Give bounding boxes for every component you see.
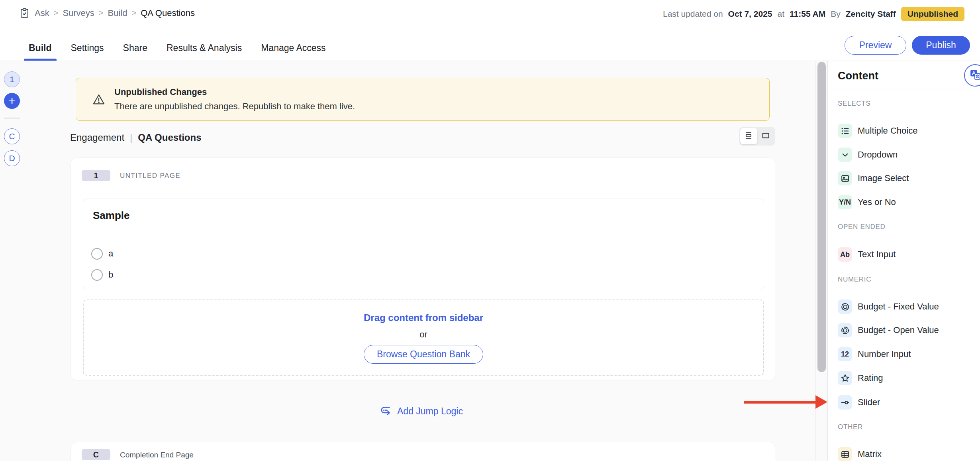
multiple-choice-icon <box>838 124 852 138</box>
radio-option-b[interactable] <box>91 269 103 281</box>
section-label-other: OTHER <box>838 423 863 433</box>
tab-manage-access[interactable]: Manage Access <box>261 35 325 61</box>
option-a-label: a <box>108 248 113 259</box>
drop-zone-title: Drag content from sidebar <box>84 312 763 323</box>
rail-divider <box>4 118 20 118</box>
banner-title: Unpublished Changes <box>114 87 355 97</box>
question-option-b: b <box>91 268 113 282</box>
vertical-scrollbar-thumb[interactable] <box>817 62 826 372</box>
preview-button[interactable]: Preview <box>845 36 906 55</box>
rows-view-toggle[interactable] <box>740 128 757 144</box>
last-updated-prefix: Last updated on <box>663 9 723 19</box>
section-label-selects: SELECTS <box>838 100 870 109</box>
rail-page-1-button[interactable]: 1 <box>4 71 20 87</box>
by-label: By <box>831 9 841 19</box>
breadcrumb-separator: > <box>99 8 104 18</box>
content-item-label: Matrix <box>858 449 882 459</box>
tab-settings[interactable]: Settings <box>71 35 104 61</box>
option-b-label: b <box>108 270 113 280</box>
radio-option-a[interactable] <box>91 248 103 260</box>
main-tabs: Build Settings Share Results & Analysis … <box>29 35 326 61</box>
content-item-label: Yes or No <box>858 197 896 207</box>
completion-end-page-card[interactable]: C Completion End Page <box>71 442 775 461</box>
last-updated-meta: Last updated on Oct 7, 2025 at 11:55 AM … <box>663 7 964 21</box>
content-item-number-input[interactable]: 12 Number Input <box>838 343 977 365</box>
content-item-label: Rating <box>858 373 883 383</box>
text-input-icon: Ab <box>838 247 852 262</box>
breadcrumb-item-build[interactable]: Build <box>108 8 127 18</box>
clipboard-icon <box>19 7 30 19</box>
publish-button[interactable]: Publish <box>912 36 970 55</box>
question-title: Sample <box>93 209 130 222</box>
breadcrumb: Ask > Surveys > Build > QA Questions <box>19 7 195 19</box>
top-header: Ask > Surveys > Build > QA Questions Las… <box>0 0 980 61</box>
red-arrow-annotation-line <box>744 401 816 404</box>
content-panel: Content A SELECTS <box>827 61 980 461</box>
banner-text: Unpublished Changes There are unpublishe… <box>114 87 355 112</box>
breadcrumb-item-ask[interactable]: Ask <box>35 8 49 18</box>
translate-icon: A <box>969 69 980 82</box>
red-arrow-annotation-head <box>815 395 827 409</box>
content-item-label: Dropdown <box>858 150 898 160</box>
status-badge: Unpublished <box>901 7 964 21</box>
budget-fixed-icon <box>838 299 852 314</box>
question-card[interactable]: Sample a b <box>83 199 764 290</box>
warning-triangle-icon <box>92 93 106 106</box>
completion-label: Completion End Page <box>120 451 194 459</box>
breadcrumb-separator: > <box>131 8 136 18</box>
at-label: at <box>778 9 785 19</box>
survey-builder-app: Ask > Surveys > Build > QA Questions Las… <box>0 0 980 461</box>
last-updated-date: Oct 7, 2025 <box>728 9 772 19</box>
matrix-icon <box>838 447 852 461</box>
jump-logic-icon <box>379 404 392 418</box>
number-input-icon: 12 <box>838 347 852 361</box>
content-drop-zone[interactable]: Drag content from sidebar or Browse Ques… <box>83 299 764 376</box>
section-label-open-ended: OPEN ENDED <box>838 223 885 232</box>
breadcrumb-separator: > <box>54 8 59 18</box>
content-item-multiple-choice[interactable]: Multiple Choice <box>838 120 977 142</box>
translate-button[interactable]: A <box>964 64 980 87</box>
slider-icon <box>838 395 852 410</box>
rail-completion-button[interactable]: C <box>4 128 20 144</box>
tab-build[interactable]: Build <box>29 35 52 61</box>
content-item-matrix[interactable]: Matrix <box>838 443 977 461</box>
completion-badge: C <box>82 449 110 460</box>
content-item-label: Budget - Open Value <box>858 325 939 335</box>
breadcrumb-item-current: QA Questions <box>141 8 195 18</box>
content-item-label: Slider <box>858 397 880 408</box>
page-title-label: UNTITLED PAGE <box>120 172 180 180</box>
dropdown-icon <box>838 148 852 162</box>
section-label-numeric: NUMERIC <box>838 276 871 285</box>
content-item-budget-open-value[interactable]: Budget - Open Value <box>838 319 977 341</box>
content-item-text-input[interactable]: Ab Text Input <box>838 244 977 265</box>
add-jump-logic-link[interactable]: Add Jump Logic <box>379 402 463 420</box>
content-item-slider[interactable]: Slider <box>838 392 977 413</box>
content-item-rating[interactable]: Rating <box>838 367 977 389</box>
rail-disqualification-button[interactable]: D <box>4 150 20 166</box>
tab-results-analysis[interactable]: Results & Analysis <box>167 35 242 61</box>
content-panel-title: Content <box>838 70 878 82</box>
survey-path-heading: Engagement | QA Questions <box>70 132 201 143</box>
page-number-badge: 1 <box>82 170 110 181</box>
content-item-image-select[interactable]: Image Select <box>838 167 977 189</box>
tab-share[interactable]: Share <box>123 35 147 61</box>
header-actions: Preview Publish <box>845 36 970 55</box>
drop-zone-or-label: or <box>84 329 763 340</box>
add-page-button[interactable]: + <box>4 93 20 109</box>
question-option-a: a <box>91 247 113 260</box>
breadcrumb-item-surveys[interactable]: Surveys <box>63 8 94 18</box>
last-updated-time: 11:55 AM <box>790 9 825 19</box>
rating-icon <box>838 371 852 385</box>
browse-question-bank-button[interactable]: Browse Question Bank <box>364 345 483 364</box>
content-item-label: Image Select <box>858 173 909 183</box>
content-item-dropdown[interactable]: Dropdown <box>838 144 977 165</box>
content-item-yes-or-no[interactable]: Y/N Yes or No <box>838 191 977 213</box>
card-view-icon <box>761 131 770 142</box>
card-view-toggle[interactable] <box>757 128 774 144</box>
view-toggle-group <box>739 127 775 146</box>
content-item-budget-fixed-value[interactable]: Budget - Fixed Value <box>838 296 977 317</box>
last-updated-author: Zencity Staff <box>846 9 896 19</box>
jump-logic-label: Add Jump Logic <box>397 406 463 417</box>
content-item-label: Number Input <box>858 349 911 359</box>
builder-main: 1 + C D Unpublished Changes There are un… <box>0 61 980 461</box>
